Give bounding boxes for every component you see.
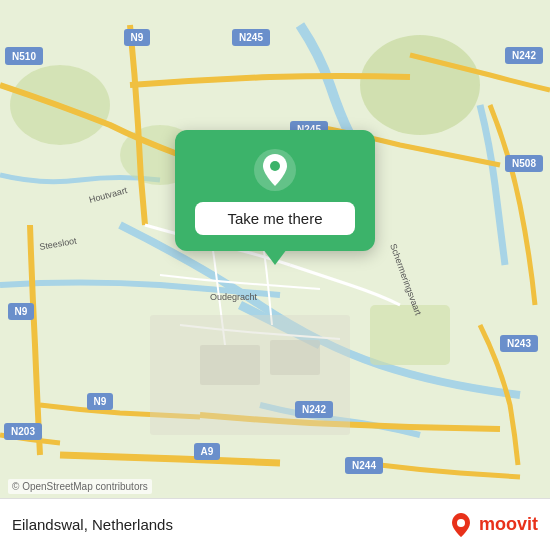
svg-text:N508: N508 [512, 158, 536, 169]
map-container: N510 N9 N245 N245 N242 N508 N9 N9 N203 N… [0, 0, 550, 550]
take-me-there-button[interactable]: Take me there [195, 202, 355, 235]
location-name: Eilandswal, Netherlands [12, 516, 173, 533]
svg-text:N242: N242 [512, 50, 536, 61]
svg-rect-7 [270, 340, 320, 375]
moovit-icon [447, 511, 475, 539]
svg-text:N242: N242 [302, 404, 326, 415]
svg-text:N203: N203 [11, 426, 35, 437]
svg-rect-6 [200, 345, 260, 385]
location-info: Eilandswal, Netherlands [12, 516, 173, 533]
svg-text:A9: A9 [201, 446, 214, 457]
svg-text:Oudegracht: Oudegracht [210, 292, 258, 302]
svg-text:N244: N244 [352, 460, 376, 471]
svg-text:N9: N9 [15, 306, 28, 317]
svg-rect-4 [370, 305, 450, 365]
location-pin-icon [253, 148, 297, 192]
svg-point-39 [270, 161, 280, 171]
svg-text:N9: N9 [131, 32, 144, 43]
svg-text:N243: N243 [507, 338, 531, 349]
svg-point-40 [457, 519, 465, 527]
svg-text:N9: N9 [94, 396, 107, 407]
bottom-bar: Eilandswal, Netherlands moovit [0, 498, 550, 550]
svg-text:N510: N510 [12, 51, 36, 62]
copyright-notice: © OpenStreetMap contributors [8, 479, 152, 494]
moovit-text: moovit [479, 514, 538, 535]
svg-point-1 [360, 35, 480, 135]
svg-text:N245: N245 [239, 32, 263, 43]
moovit-logo: moovit [447, 511, 538, 539]
popup-card: Take me there [175, 130, 375, 251]
